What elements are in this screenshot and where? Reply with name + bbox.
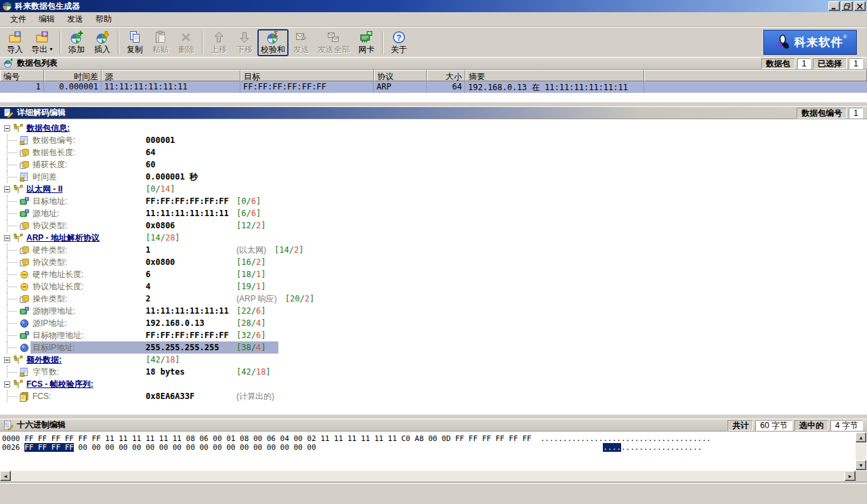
field-coins-icon (19, 294, 30, 304)
hex-vertical-scrollbar[interactable]: ▲ ▼ (855, 432, 866, 470)
column-header-1[interactable]: 编号 (0, 70, 44, 81)
tree-row[interactable]: 协议地址长度:4[19/1] (0, 280, 867, 293)
tree-offset-length: [19/1] (236, 282, 266, 291)
toolbar-button-label: 插入 (94, 45, 110, 54)
toolbar-checksum-button[interactable]: Σ校验和 (257, 29, 289, 56)
tree-offset-length: [20/2] (285, 294, 314, 303)
tree-row[interactable]: 源地址:11:11:11:11:11:11[6/6] (0, 207, 867, 219)
hex-ascii-selected: .... (603, 443, 621, 452)
column-header-5[interactable]: 协议 (374, 70, 427, 81)
restore-button[interactable] (841, 1, 853, 11)
tree-row[interactable]: 额外数据:[42/18] (0, 354, 867, 366)
tree-guide (3, 280, 19, 293)
tree-row[interactable]: ARP - 地址解析协议[14/28] (0, 232, 867, 244)
paste-icon (154, 30, 167, 45)
tree-row[interactable]: 目标地址:FF:FF:FF:FF:FF:FF[0/6] (0, 195, 867, 207)
packet-list-stats: 数据包1已选择1 (761, 58, 863, 69)
tree-label: 额外数据: (26, 354, 62, 366)
hex-stat-label: 选中的 (795, 420, 828, 431)
scroll-down-button[interactable]: ▼ (855, 460, 866, 470)
toolbar-button-label: 导出 (31, 45, 47, 54)
menu-file[interactable]: 文件 (4, 12, 33, 27)
packet-row-1[interactable]: 10.00000111:11:11:11:11:11FF:FF:FF:FF:FF… (0, 81, 867, 93)
packet-list-empty-area (0, 93, 867, 102)
logo-text: 科来软件 (795, 35, 843, 50)
section-icon (13, 184, 24, 194)
tree-row[interactable]: 目标物理地址:FF:FF:FF:FF:FF:FF[32/6] (0, 329, 867, 341)
toolbar-import-button[interactable]: 导入 (2, 29, 28, 56)
hex-editor[interactable]: 0000 FF FF FF FF FF FF 11 11 11 11 11 11… (0, 432, 867, 471)
svg-text:?: ? (396, 33, 401, 42)
tree-offset-length: [18/1] (236, 270, 266, 279)
scroll-left-button[interactable]: ◀ (0, 471, 11, 481)
collapse-toggle[interactable] (4, 381, 10, 387)
info-doc-icon (19, 172, 30, 182)
collapse-toggle[interactable] (4, 357, 10, 363)
hex-row[interactable]: 0026 FF FF FF FF 00 00 00 00 00 00 00 00… (2, 443, 867, 452)
scrollbar-track[interactable] (11, 471, 845, 482)
tree-row[interactable]: 捕获长度:60 (0, 159, 867, 171)
toolbar-insert-button[interactable]: 插入 (89, 29, 115, 56)
mac-icon (19, 306, 30, 316)
column-header-4[interactable]: 目标 (240, 70, 374, 81)
hex-stat-value: 60 字节 (755, 420, 792, 431)
field-coins-icon (19, 257, 30, 268)
menu-send[interactable]: 发送 (61, 12, 89, 27)
tree-row[interactable]: 数据包长度:64 (0, 146, 867, 159)
tree-row[interactable]: 字节数:18 bytes[42/18] (0, 366, 867, 378)
collapse-toggle[interactable] (4, 235, 10, 241)
hex-horizontal-scrollbar[interactable]: ◀ ▶ (0, 471, 855, 482)
tree-row[interactable]: 以太网 - II[0/14] (0, 183, 867, 195)
toolbar-export-button[interactable]: 导出▼ (28, 29, 57, 56)
tree-row[interactable]: 协议类型:0x0806[12/2] (0, 219, 867, 232)
tree-value: 1 (146, 245, 236, 255)
export-icon (35, 30, 49, 45)
tree-value: 192.168.0.13 (146, 318, 236, 328)
collapse-toggle[interactable] (4, 186, 10, 192)
tree-row[interactable]: 源物理地址:11:11:11:11:11:11[22/6] (0, 305, 867, 317)
tree-row[interactable]: 数据包编号:000001 (0, 134, 867, 146)
send-all-icon (327, 30, 341, 45)
tree-label: 数据包编号: (33, 135, 75, 146)
hex-ascii: .................. (621, 443, 702, 452)
tree-row[interactable]: FCS:0x8EA6A33F(计算出的) (0, 390, 867, 402)
column-header-3[interactable]: 源 (102, 70, 240, 81)
minimize-button[interactable] (828, 1, 840, 11)
tree-offset-length: [6/6] (236, 209, 261, 218)
adapter-icon (360, 30, 373, 45)
tree-row[interactable]: 硬件地址长度:6[18/1] (0, 268, 867, 280)
tree-label: 字节数: (33, 366, 59, 378)
menu-edit[interactable]: 编辑 (33, 12, 61, 27)
tree-row[interactable]: 源IP地址:192.168.0.13[28/4] (0, 317, 867, 329)
toolbar-add-button[interactable]: 添加 (64, 29, 89, 56)
hex-bytes: FF FF FF FF FF FF 11 11 11 11 11 11 08 0… (24, 434, 531, 443)
tree-row[interactable]: 时间差0.000001 秒 (0, 171, 867, 183)
toolbar: 导入导出▼添加插入复制粘贴删除上移下移Σ校验和发送发送全部网卡?关于科来软件® (0, 27, 867, 57)
tree-offset-length: [0/14] (146, 184, 175, 194)
tree-row[interactable]: FCS - 帧校验序列: (0, 378, 867, 390)
tree-row[interactable]: 目标IP地址:255.255.255.255[38/4] (0, 341, 867, 354)
hex-edit-icon: 0110 (3, 420, 14, 430)
close-button[interactable] (854, 1, 866, 11)
collapse-toggle[interactable] (4, 125, 10, 131)
tree-row[interactable]: 数据包信息: (0, 122, 867, 134)
column-header-2[interactable]: 时间差 (44, 70, 102, 81)
scroll-right-button[interactable]: ▶ (845, 471, 855, 481)
tree-row[interactable]: 硬件类型:1(以太网)[14/2] (0, 244, 867, 256)
packet-list-title: 数据包列表 (17, 58, 58, 69)
toolbar-move-down-button: 下移 (232, 29, 257, 56)
svg-text:Σ: Σ (274, 30, 278, 38)
hex-row[interactable]: 0000 FF FF FF FF FF FF 11 11 11 11 11 11… (2, 434, 867, 443)
tree-offset-length: [16/2] (236, 257, 266, 267)
scroll-up-button[interactable]: ▲ (855, 432, 866, 442)
tree-row[interactable]: 协议类型:0x0800[16/2] (0, 256, 867, 268)
tree-label: 以太网 - II (26, 184, 62, 195)
toolbar-adapter-button[interactable]: 网卡 (354, 29, 379, 56)
toolbar-about-button[interactable]: ?关于 (386, 29, 412, 56)
column-header-7[interactable]: 摘要 (465, 70, 644, 81)
menu-help[interactable]: 帮助 (89, 12, 118, 27)
field-coins-icon (19, 160, 30, 170)
column-header-6[interactable]: 大小 (427, 70, 465, 81)
tree-row[interactable]: 操作类型:2(ARP 响应)[20/2] (0, 293, 867, 305)
toolbar-copy-button[interactable]: 复制 (122, 29, 148, 56)
